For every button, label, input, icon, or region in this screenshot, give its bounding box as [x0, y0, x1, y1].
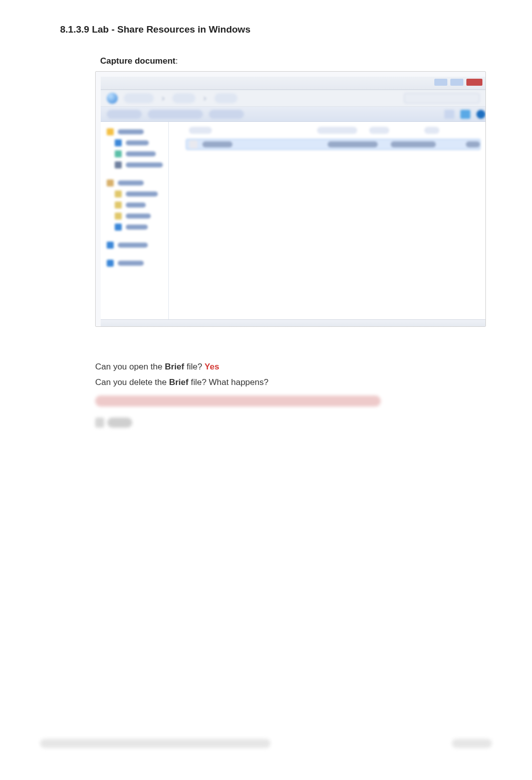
close-button[interactable]	[466, 79, 482, 86]
navigation-pane	[101, 122, 169, 319]
sidebar-item-documents[interactable]	[107, 189, 163, 199]
file-size	[466, 141, 480, 147]
q1-text-post: file?	[184, 362, 205, 371]
q2-text-post: file? What happens?	[188, 377, 269, 387]
organize-button[interactable]	[107, 110, 142, 119]
minimize-button[interactable]	[434, 79, 447, 86]
capture-document-colon: :	[175, 56, 178, 66]
sidebar-item-favorites[interactable]	[107, 127, 163, 137]
maximize-button[interactable]	[450, 79, 463, 86]
breadcrumb-bar: › ›	[101, 90, 485, 107]
answer-2-redacted	[95, 396, 381, 407]
chevron-right-icon: ›	[201, 94, 208, 103]
column-header-date-modified[interactable]	[317, 127, 357, 134]
sidebar-item-videos[interactable]	[107, 222, 163, 232]
new-folder-button[interactable]	[209, 110, 244, 119]
file-list	[177, 139, 480, 150]
q1-text-pre: Can you open the	[95, 362, 165, 371]
file-name	[202, 141, 232, 147]
question-block: Can you open the Brief file? Yes Can you…	[95, 359, 492, 391]
include-in-library-button[interactable]	[148, 110, 203, 119]
file-icon	[189, 140, 197, 148]
sidebar-item-pictures[interactable]	[107, 211, 163, 221]
windows-explorer-screenshot: › ›	[95, 71, 486, 327]
capture-document-label: Capture document:	[100, 56, 492, 66]
status-bar	[101, 319, 485, 326]
column-header-size[interactable]	[424, 127, 439, 134]
footer-page-number	[452, 739, 492, 748]
help-icon[interactable]	[476, 110, 485, 119]
breadcrumb-segment[interactable]	[172, 93, 195, 103]
next-step-redacted	[95, 418, 132, 428]
file-list-pane	[169, 122, 485, 319]
sidebar-item-downloads[interactable]	[107, 149, 163, 159]
sidebar-item-computer[interactable]	[107, 240, 163, 250]
q2-brief: Brief	[169, 377, 188, 387]
chevron-right-icon: ›	[160, 94, 166, 103]
sidebar-item-music[interactable]	[107, 200, 163, 210]
question-1: Can you open the Brief file? Yes	[95, 359, 492, 374]
toolbar	[101, 107, 485, 122]
file-row-brief[interactable]	[186, 139, 480, 150]
file-date	[328, 141, 378, 147]
page: 8.1.3.9 Lab - Share Resources in Windows…	[0, 0, 532, 780]
footer-copyright	[40, 739, 271, 748]
explorer-body	[101, 122, 485, 319]
sidebar-item-network[interactable]	[107, 258, 163, 268]
sidebar-item-recent-places[interactable]	[107, 160, 163, 170]
breadcrumb-segment[interactable]	[214, 93, 237, 103]
page-footer	[40, 739, 492, 748]
column-headers	[177, 127, 480, 134]
view-button[interactable]	[444, 110, 454, 119]
window-title-bar	[101, 77, 485, 90]
sidebar-item-libraries[interactable]	[107, 178, 163, 188]
search-input[interactable]	[404, 93, 479, 103]
column-header-type[interactable]	[369, 127, 389, 134]
column-header-name[interactable]	[189, 127, 212, 134]
preview-button[interactable]	[460, 110, 470, 119]
file-type	[391, 141, 436, 147]
q1-brief: Brief	[165, 362, 184, 371]
window-controls	[434, 79, 482, 86]
question-2: Can you delete the Brief file? What happ…	[95, 374, 492, 390]
breadcrumb-segment[interactable]	[124, 93, 154, 103]
answer-yes: Yes	[204, 362, 219, 371]
back-icon[interactable]	[107, 93, 118, 104]
doc-title: 8.1.3.9 Lab - Share Resources in Windows	[60, 24, 492, 35]
q2-text-pre: Can you delete the	[95, 377, 169, 387]
sidebar-item-desktop[interactable]	[107, 138, 163, 148]
capture-document-bold: Capture document	[100, 56, 175, 66]
